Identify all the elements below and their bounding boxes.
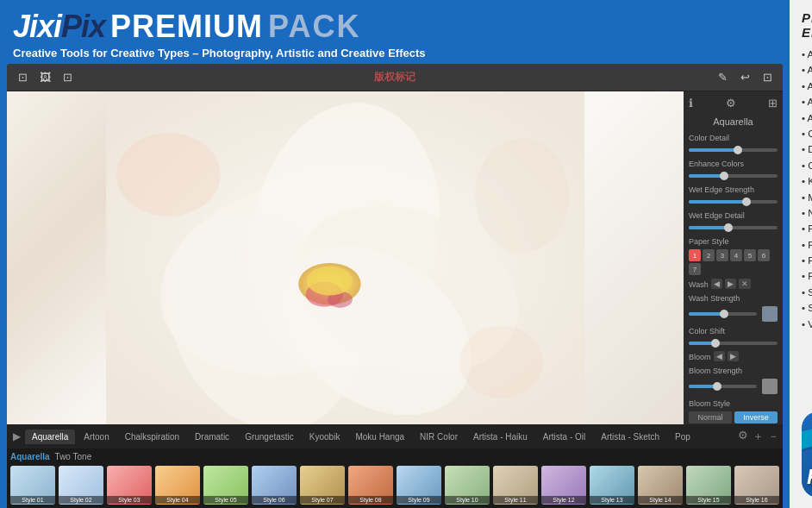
toolbar-icon-2[interactable]: 🖼	[36, 69, 53, 86]
tab-artoon[interactable]: Artoon	[77, 430, 116, 444]
bloom-next[interactable]: ▶	[728, 351, 739, 361]
preset-15-label: Style 15	[686, 496, 731, 504]
bloom-swatch[interactable]	[762, 379, 778, 394]
preset-07[interactable]: Style 07	[300, 466, 345, 505]
tab-kyoobik[interactable]: Kyoobik	[303, 430, 347, 444]
toolbar-watermark: 版权标记	[81, 70, 709, 85]
toolbar-icon-5[interactable]: ↩	[736, 69, 753, 86]
preset-04[interactable]: Style 04	[155, 466, 200, 505]
paper-btn-6[interactable]: 6	[758, 249, 770, 261]
tab-settings-icon[interactable]: ⚙	[738, 429, 748, 444]
presets-strip: Style 01 Style 02 Style 03 Style 04 Styl…	[10, 466, 779, 505]
bloom-prev[interactable]: ◀	[714, 351, 725, 361]
enhance-colors-slider[interactable]	[689, 174, 778, 178]
preset-10[interactable]: Style 10	[445, 466, 490, 505]
paper-btn-1[interactable]: 1	[689, 249, 701, 261]
effects-list: Aquarella Artista Haiku Artista Oil Arti…	[802, 47, 812, 396]
bloom-strength-slider[interactable]	[689, 385, 757, 388]
preset-15[interactable]: Style 15	[686, 466, 731, 505]
effect-kyoobik-photo: Kyoobik Photo	[802, 173, 812, 189]
wet-edge-detail-slider[interactable]	[689, 226, 778, 229]
wet-edge-detail-label: Wet Edge Detail	[689, 211, 778, 220]
paper-btn-5[interactable]: 5	[744, 249, 756, 261]
wash-row: Wash ◀ ▶ ✕	[689, 279, 778, 289]
wash-strength-label: Wash Strength	[689, 294, 778, 303]
presets-label2: Two Tone	[55, 452, 92, 461]
settings-icon[interactable]: ⚙	[726, 97, 736, 110]
preset-11[interactable]: Style 11	[493, 466, 538, 505]
preset-06[interactable]: Style 06	[252, 466, 297, 505]
preset-08-label: Style 08	[348, 496, 393, 504]
wet-edge-strength-slider[interactable]	[689, 200, 778, 204]
preset-08[interactable]: Style 08	[348, 466, 393, 505]
preset-09-label: Style 09	[397, 496, 441, 504]
effects-title: PHOTO EFFECTS	[802, 10, 812, 40]
tab-aquarella[interactable]: Aquarella	[25, 430, 75, 444]
logo-pack: PACK	[268, 9, 360, 45]
tab-chalkspiration[interactable]: Chalkspiration	[118, 430, 186, 444]
bloom-inverse-btn[interactable]: Inverse	[734, 411, 778, 423]
tab-artista-haiku[interactable]: Artista - Haiku	[466, 430, 534, 444]
effect-pop-dot-comics: Pop Dot Comics	[802, 221, 812, 236]
toolbar-icon-6[interactable]: ⊡	[759, 69, 776, 86]
toolbar-icon-1[interactable]: ⊡	[14, 69, 31, 86]
tab-moku-hanga[interactable]: Moku Hanga	[348, 430, 411, 444]
tab-artista-oil[interactable]: Artista - Oil	[536, 430, 592, 444]
tab-minus-icon[interactable]: －	[768, 429, 779, 444]
preset-13-label: Style 13	[590, 496, 634, 504]
presets-header: Aquarella Two Tone	[10, 452, 779, 461]
effect-chalkspiration: Chalkspiration	[802, 126, 812, 141]
color-shift-slider[interactable]	[689, 342, 778, 345]
effect-artoon: Artoon	[802, 110, 812, 126]
wash-random[interactable]: ✕	[739, 279, 751, 289]
preset-05[interactable]: Style 05	[203, 466, 248, 505]
effect-artista-haiku: Artista Haiku	[802, 62, 812, 78]
preset-16[interactable]: Style 16	[734, 466, 779, 505]
effect-artista-sketch: Artista Sketch	[802, 94, 812, 110]
bloom-normal-btn[interactable]: Normal	[689, 411, 732, 423]
paper-btn-7[interactable]: 7	[689, 263, 701, 275]
toolbar-icon-3[interactable]: ⊡	[59, 69, 76, 86]
effect-rainy-daze: Rainy Daze	[802, 253, 812, 268]
tab-pop[interactable]: Pop	[668, 430, 697, 444]
preset-13[interactable]: Style 13	[590, 466, 634, 505]
toolbar-icon-4[interactable]: ✎	[714, 69, 731, 86]
presets-label1: Aquarella	[10, 452, 50, 461]
tab-grungetastic[interactable]: Grungetastic	[238, 430, 301, 444]
preset-12[interactable]: Style 12	[541, 466, 586, 505]
preset-06-label: Style 06	[252, 496, 297, 504]
enhance-colors-label: Enhance Colors	[689, 160, 778, 168]
preset-03[interactable]: Style 03	[107, 466, 152, 505]
effect-moku-hanga: Moku Hanga	[802, 190, 812, 205]
tab-nir-color[interactable]: NIR Color	[413, 430, 465, 444]
wash-strength-row	[689, 306, 778, 322]
grid-icon[interactable]: ⊞	[768, 97, 778, 110]
info-icon[interactable]: ℹ	[689, 97, 693, 110]
paper-btn-4[interactable]: 4	[730, 249, 742, 261]
preset-14[interactable]: Style 14	[638, 466, 683, 505]
wash-strength-slider[interactable]	[689, 312, 757, 316]
preset-14-label: Style 14	[638, 496, 683, 504]
app-icon: JixiPix FX	[802, 411, 812, 498]
preset-09[interactable]: Style 09	[397, 466, 441, 505]
color-swatch[interactable]	[762, 306, 778, 322]
preset-01[interactable]: Style 01	[10, 466, 55, 505]
paper-btn-3[interactable]: 3	[716, 249, 728, 261]
right-panel: PHOTO EFFECTS Aquarella Artista Haiku Ar…	[790, 0, 812, 508]
tab-artista-sketch[interactable]: Artista - Sketch	[594, 430, 666, 444]
effect-nir-color: NIR Color	[802, 205, 812, 221]
content-row: ℹ ⚙ ⊞ Aquarella Color Detail Enhance Col…	[7, 91, 783, 424]
preset-16-label: Style 16	[734, 496, 779, 504]
tab-add-icon[interactable]: ＋	[753, 429, 764, 444]
tab-dramatic[interactable]: Dramatic	[188, 430, 236, 444]
panel-icons-row: ℹ ⚙ ⊞	[689, 97, 778, 110]
color-detail-slider[interactable]	[689, 148, 778, 152]
paper-btn-2[interactable]: 2	[703, 249, 715, 261]
effect-vintage-scene: Vintage Scene	[802, 317, 812, 332]
wash-next[interactable]: ▶	[725, 279, 736, 289]
tab-arrow-left[interactable]: ▶	[10, 430, 23, 442]
preset-10-label: Style 10	[445, 496, 490, 504]
wash-prev[interactable]: ◀	[711, 279, 722, 289]
preset-02[interactable]: Style 02	[59, 466, 103, 505]
preset-05-label: Style 05	[203, 496, 248, 504]
